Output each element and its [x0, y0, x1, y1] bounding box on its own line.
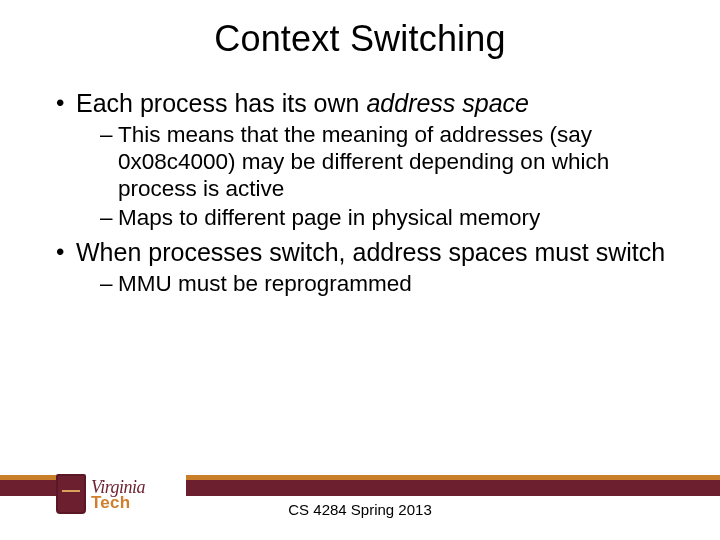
bullet-list-level1: Each process has its own address space T…	[40, 88, 680, 297]
sub-bullet-item: MMU must be reprogrammed	[100, 270, 680, 297]
bullet-text-prefix: Each process has its own	[76, 89, 366, 117]
course-label: CS 4284 Spring 2013	[0, 501, 720, 518]
bullet-item: Each process has its own address space T…	[58, 88, 680, 231]
sub-bullet-item: Maps to different page in physical memor…	[100, 204, 680, 231]
bullet-text: When processes switch, address spaces mu…	[76, 238, 665, 266]
slide-title: Context Switching	[40, 18, 680, 60]
bullet-list-level2: MMU must be reprogrammed	[76, 270, 680, 297]
bullet-text-emphasis: address space	[366, 89, 529, 117]
bullet-list-level2: This means that the meaning of addresses…	[76, 121, 680, 232]
sub-bullet-item: This means that the meaning of addresses…	[100, 121, 680, 203]
slide: Context Switching Each process has its o…	[0, 0, 720, 540]
slide-content: Each process has its own address space T…	[40, 88, 680, 297]
slide-footer: Virginia Tech CS 4284 Spring 2013	[0, 466, 720, 540]
bullet-item: When processes switch, address spaces mu…	[58, 237, 680, 297]
